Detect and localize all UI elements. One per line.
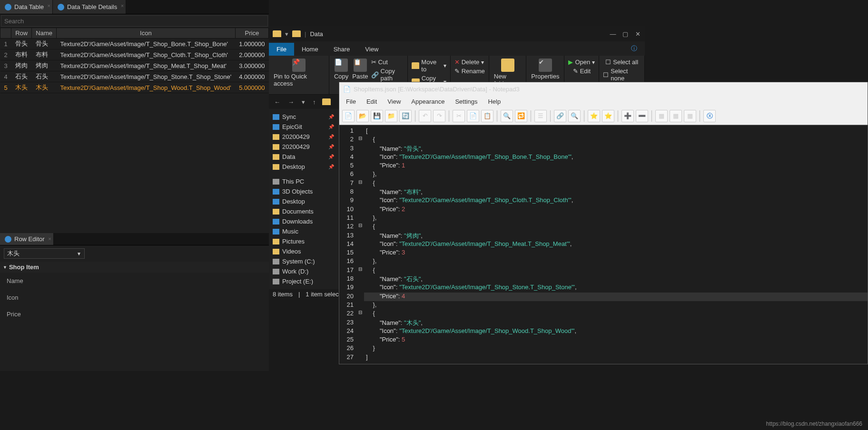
tool-c-icon[interactable]: ▦ [684,110,696,122]
tree-item[interactable]: EpicGit📌 [271,122,336,132]
tree-item[interactable]: 3D Objects [271,186,336,196]
tree-item[interactable]: 20200429📌 [271,142,336,152]
maximize-icon[interactable]: ▢ [622,30,629,37]
pin-icon[interactable]: 📌 [328,144,334,149]
col-row[interactable]: Row [11,28,32,39]
forward-icon[interactable]: → [286,98,296,106]
delete-button[interactable]: ✕Delete ▾ [454,58,486,67]
menu-file[interactable]: File [341,97,361,106]
cut-button[interactable]: ✂Cut [370,58,404,67]
search-input[interactable] [1,15,268,27]
menu-share[interactable]: Share [326,43,358,56]
source[interactable]: [ { "Name": "骨头", "Icon": "Texture2D'/Ga… [364,125,868,364]
tab-row-editor[interactable]: Row Editor× [0,233,54,245]
tree-item[interactable]: This PC [271,176,336,186]
zoomin2-icon[interactable]: ➕ [621,110,634,122]
menu-view[interactable]: View [357,43,386,56]
close-tool-icon[interactable]: ⓧ [703,110,716,122]
row-dropdown[interactable]: 木头▼ [4,248,85,259]
replace-icon[interactable]: 🔁 [515,110,527,122]
scheme-icon[interactable]: 🔗 [554,110,566,122]
tree-item[interactable]: Videos [271,246,336,256]
code-editor[interactable]: 1234567891011121314151617181920212223242… [339,125,868,364]
col-index[interactable] [0,28,11,39]
tree-item[interactable]: Desktop [271,196,336,206]
tab-data-table[interactable]: Data Table× [0,0,53,14]
menu-view[interactable]: View [383,97,405,106]
col-icon[interactable]: Icon [56,28,235,39]
wrap-icon[interactable]: ☰ [534,110,547,122]
pin-icon[interactable]: 📌 [328,134,334,139]
select-all-button[interactable]: ☐Select all [604,58,639,67]
table-row[interactable]: 2布料布料Texture2D'/Game/Asset/Image/T_Shop_… [0,49,269,60]
history-icon[interactable]: ▾ [300,98,306,106]
fold-column[interactable]: ⊟⊟⊟⊟⊟ [356,125,364,364]
redo-icon[interactable]: ↷ [433,110,445,122]
tab-data-table-details[interactable]: Data Table Details× [53,0,126,14]
open-icon[interactable]: 📂 [356,110,369,122]
copy-path-button[interactable]: 🔗Copy path [370,67,404,83]
tree-item[interactable]: Music [271,226,336,236]
saveas-icon[interactable]: 📁 [385,110,397,122]
cut-icon[interactable]: ✂ [453,110,465,122]
table-row[interactable]: 5木头木头Texture2D'/Game/Asset/Image/T_Shop_… [0,82,269,93]
menu-settings[interactable]: Settings [450,97,482,106]
tree-item[interactable]: Data📌 [271,152,336,162]
undo-icon[interactable]: ↶ [419,110,431,122]
rename-button[interactable]: ✎Rename [454,67,486,76]
table-row[interactable]: 1骨头骨头Texture2D'/Game/Asset/Image/T_Shop_… [0,39,269,49]
menu-home[interactable]: Home [294,43,326,56]
qat-icon[interactable]: ▾ [285,30,288,38]
tool-a-icon[interactable]: ▦ [655,110,668,122]
tree-item[interactable]: Desktop📌 [271,162,336,172]
copy-icon[interactable]: 📄 [467,110,479,122]
pin-button[interactable]: 📌Pin to Quick access [272,58,326,88]
paste-button[interactable]: 📋Paste [350,58,370,83]
tree-item[interactable]: Work (D:) [271,266,336,276]
section-shop-item[interactable]: ▼Shop Item [0,262,269,273]
menu-edit[interactable]: Edit [362,97,382,106]
new-icon[interactable]: 📄 [342,110,355,122]
help-icon[interactable]: ⓘ [623,41,645,56]
find-icon[interactable]: 🔍 [501,110,513,122]
close-icon[interactable]: × [121,3,124,9]
zoomin-icon[interactable]: 🔍 [568,110,581,122]
tree-item[interactable]: Sync📌 [271,112,336,122]
back-icon[interactable]: ← [273,98,282,106]
table-row[interactable]: 3烤肉烤肉Texture2D'/Game/Asset/Image/T_Shop_… [0,60,269,71]
col-price[interactable]: Price [235,28,268,39]
tree-item[interactable]: Pictures [271,236,336,246]
pin-icon[interactable]: 📌 [328,154,334,159]
pin-icon[interactable]: 📌 [328,124,334,129]
tree-item[interactable]: 20200429📌 [271,132,336,142]
save-icon[interactable]: 💾 [371,110,383,122]
tree-item[interactable]: Downloads [271,216,336,226]
properties-button[interactable]: ✔Properties [529,58,561,81]
moveto-button[interactable]: Move to ▾ [411,58,447,74]
minimize-icon[interactable]: — [610,30,616,37]
reload-icon[interactable]: 🔄 [399,110,412,122]
bookmark-icon[interactable]: ⭐ [588,110,600,122]
col-name[interactable]: Name [32,28,57,39]
close-icon[interactable]: × [48,236,51,242]
close-icon[interactable]: ✕ [634,30,641,37]
menu-file[interactable]: File [269,43,294,56]
menu-help[interactable]: Help [483,97,505,106]
tree-item[interactable]: Project (E:) [271,276,336,286]
tool-b-icon[interactable]: ▦ [670,110,682,122]
tree-item[interactable]: System (C:) [271,256,336,266]
up-icon[interactable]: ↑ [311,98,317,106]
edit-button[interactable]: ✎Edit [572,67,592,76]
menu-appearance[interactable]: Appearance [406,97,449,106]
pin-icon[interactable]: 📌 [328,114,334,119]
copy-button[interactable]: 📄Copy [332,58,350,83]
pin-icon[interactable]: 📌 [328,164,334,169]
bookmark-add-icon[interactable]: ⭐ [602,110,614,122]
tree-item[interactable]: Documents [271,206,336,216]
select-none-button[interactable]: ☐Select none [602,67,641,83]
open-button[interactable]: ▶Open ▾ [567,58,596,67]
close-icon[interactable]: × [47,3,50,9]
table-row[interactable]: 4石头石头Texture2D'/Game/Asset/Image/T_Shop_… [0,71,269,82]
paste-icon[interactable]: 📋 [481,110,493,122]
zoomout-icon[interactable]: ➖ [636,110,648,122]
